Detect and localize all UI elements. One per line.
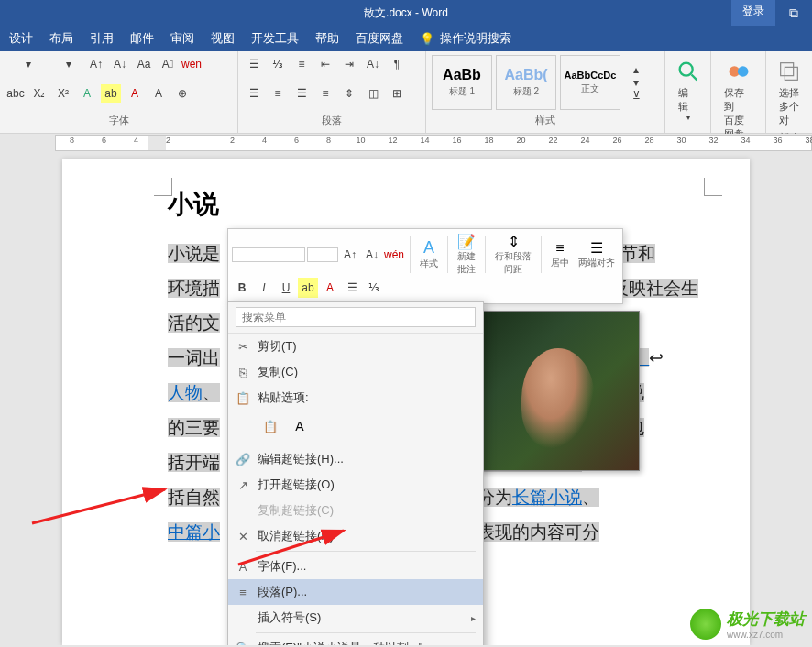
titlebar: 散文.docx - Word 登录 ⧉: [0, 0, 812, 26]
doc-title[interactable]: 小说: [168, 190, 219, 218]
char-shading-icon[interactable]: A: [148, 84, 169, 103]
tab-references[interactable]: 引用: [90, 30, 114, 47]
tab-mailings[interactable]: 邮件: [130, 30, 154, 47]
cm-paste-opts-label: 📋粘贴选项:: [228, 385, 483, 411]
cm-paste-text-only[interactable]: A: [287, 414, 313, 438]
link-people[interactable]: 人物: [168, 383, 203, 402]
link-mid-novel[interactable]: 中篇小: [168, 522, 220, 542]
mini-fontcolor-icon[interactable]: A: [320, 278, 340, 298]
select-multi-button[interactable]: 选择 多个对: [772, 55, 807, 131]
change-case-icon[interactable]: Aa: [134, 55, 154, 73]
style-normal[interactable]: AaBbCcDc 正文: [560, 55, 620, 110]
style-heading1[interactable]: AaBb 标题 1: [432, 55, 492, 110]
open-icon: ↗: [235, 478, 251, 492]
shrink-font-icon[interactable]: A↓: [110, 55, 130, 73]
x2-icon[interactable]: X²: [53, 84, 73, 103]
search-icon: 🔍: [235, 642, 251, 646]
align-right-icon[interactable]: ☰: [291, 84, 312, 103]
enclose-icon[interactable]: ⊕: [172, 84, 192, 103]
bullets-icon[interactable]: ☰: [244, 55, 264, 73]
mini-justify-button[interactable]: ☰ 两端对齐: [575, 239, 619, 269]
indent-left-icon[interactable]: ⇤: [315, 55, 335, 73]
ribbon-select-group: 选择 多个对 新建: [766, 51, 812, 133]
cm-edit-hyperlink[interactable]: 🔗编辑超链接(H)...: [228, 446, 483, 472]
select-icon: [776, 59, 802, 84]
clear-format-icon[interactable]: A⃠: [158, 55, 178, 73]
shading-icon[interactable]: ◫: [363, 84, 383, 103]
indent-right-icon[interactable]: ⇥: [339, 55, 359, 73]
align-center-icon[interactable]: ≡: [268, 84, 288, 103]
font-size-dropdown[interactable]: ▾: [55, 55, 82, 73]
cm-open-hyperlink[interactable]: ↗打开超链接(O): [228, 472, 483, 498]
tab-devtools[interactable]: 开发工具: [251, 30, 299, 47]
mini-italic-icon[interactable]: I: [254, 278, 274, 298]
mini-highlight-icon[interactable]: ab: [298, 278, 318, 298]
numbering-icon[interactable]: ⅓: [268, 55, 288, 73]
svg-point-0: [679, 63, 692, 76]
inline-image[interactable]: [479, 311, 640, 471]
mini-center-button[interactable]: ≡ 居中: [547, 240, 573, 269]
document-area[interactable]: 小说 小说是的文学体裁，以创作人物为中心，通过完整的故事情节和 环境描写来反映社…: [0, 152, 812, 645]
styles-down-icon[interactable]: ▾: [626, 76, 646, 89]
line-spacing-icon[interactable]: ⇕: [339, 84, 359, 103]
link-long-novel[interactable]: 长篇小说: [512, 488, 582, 507]
grow-font-icon[interactable]: A↑: [86, 55, 106, 73]
cm-font[interactable]: A字体(F)...: [228, 554, 483, 579]
tab-help[interactable]: 帮助: [315, 30, 339, 47]
ruler[interactable]: 8642246810121416182022242628303234363840: [0, 134, 812, 152]
cm-paragraph[interactable]: ≡段落(P)...: [228, 579, 483, 605]
sort-icon[interactable]: A↓: [363, 55, 383, 73]
align-left-icon[interactable]: ☰: [244, 84, 264, 103]
font-name-dropdown[interactable]: ▾: [5, 55, 51, 73]
mini-underline-icon[interactable]: U: [276, 278, 296, 298]
cm-remove-hyperlink[interactable]: ✕取消超链接(R): [228, 523, 483, 549]
justify-icon: ☰: [590, 239, 603, 257]
cm-insert-symbol[interactable]: 插入符号(S)▸: [228, 605, 483, 631]
font-color-icon[interactable]: A: [125, 84, 145, 103]
mini-grow-icon[interactable]: A↑: [340, 245, 360, 265]
mini-font-name[interactable]: [232, 247, 305, 262]
lightbulb-icon: 💡: [420, 32, 434, 46]
subscript-icon[interactable]: abc: [5, 84, 26, 103]
ribbon-font-group: ▾ ▾ A↑ A↓ Aa A⃠ wén abc X₂ X² A ab A A ⊕…: [0, 51, 238, 133]
styles-more-icon[interactable]: ⊻: [626, 89, 646, 102]
mini-numbering-icon[interactable]: ⅓: [364, 278, 384, 298]
cut-icon: ✂: [235, 340, 251, 354]
mini-styles-button[interactable]: A 样式: [416, 238, 442, 270]
tab-design[interactable]: 设计: [9, 30, 33, 47]
x2-icon[interactable]: X₂: [29, 84, 49, 103]
mini-bold-icon[interactable]: B: [232, 278, 252, 298]
mini-shrink-icon[interactable]: A↓: [362, 245, 382, 265]
cm-smart-lookup[interactable]: 🔍搜索(E)"小说小说是一种以刻...": [228, 635, 483, 645]
mini-comment-button[interactable]: 📝 新建 批注: [454, 233, 479, 276]
edit-button[interactable]: 编辑 ▾: [671, 55, 705, 126]
font-group-label: 字体: [5, 114, 232, 129]
tab-baidu[interactable]: 百度网盘: [356, 30, 403, 47]
window-restore-icon[interactable]: ⧉: [775, 0, 812, 26]
mini-spacing-button[interactable]: ⇕ 行和段落 间距: [491, 233, 535, 276]
style-heading2[interactable]: AaBb( 标题 2: [496, 55, 556, 110]
cm-copy[interactable]: ⎘复制(C): [228, 359, 483, 385]
styles-up-icon[interactable]: ▴: [626, 63, 646, 76]
multilevel-icon[interactable]: ≡: [291, 55, 312, 73]
ribbon: ▾ ▾ A↑ A↓ Aa A⃠ wén abc X₂ X² A ab A A ⊕…: [0, 51, 812, 134]
save-baidu-button[interactable]: 保存到 百度网盘: [717, 55, 760, 145]
cm-cut[interactable]: ✂剪切(T): [228, 334, 483, 359]
show-marks-icon[interactable]: ¶: [387, 55, 407, 73]
cm-paste-keep-source[interactable]: 📋: [258, 414, 283, 438]
mini-font-size[interactable]: [307, 247, 338, 262]
tab-review[interactable]: 审阅: [170, 30, 194, 47]
phonetic-icon[interactable]: wén: [181, 55, 202, 73]
mini-bullets-icon[interactable]: ☰: [342, 278, 362, 298]
tab-layout[interactable]: 布局: [49, 30, 73, 47]
highlight-icon[interactable]: ab: [101, 84, 121, 103]
link-icon: 🔗: [235, 453, 251, 466]
text-effects-icon[interactable]: A: [77, 84, 97, 103]
login-button[interactable]: 登录: [731, 0, 775, 26]
tell-me-search[interactable]: 💡 操作说明搜索: [420, 30, 511, 47]
align-justify-icon[interactable]: ≡: [315, 84, 335, 103]
mini-phonetic-icon[interactable]: wén: [384, 245, 404, 265]
borders-icon[interactable]: ⊞: [387, 84, 407, 103]
cm-search-input[interactable]: [236, 307, 476, 327]
tab-view[interactable]: 视图: [211, 30, 235, 47]
